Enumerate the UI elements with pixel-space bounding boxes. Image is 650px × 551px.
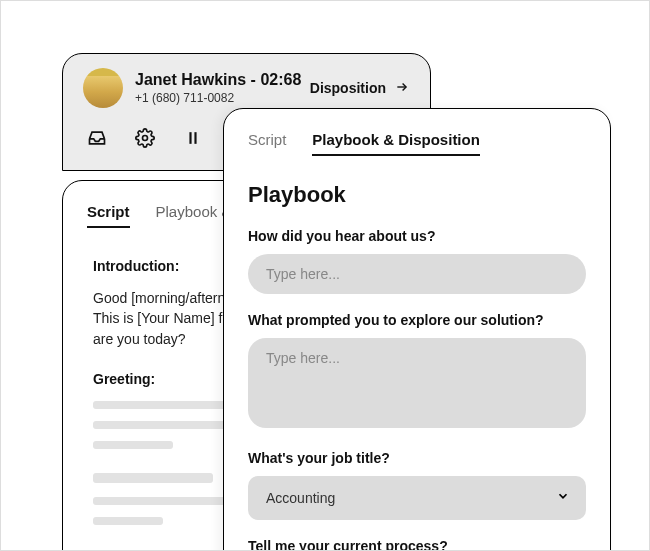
- question-job-title: What's your job title?: [248, 450, 586, 466]
- contact-name: Janet Hawkins - 02:68: [135, 71, 310, 89]
- hear-about-us-input[interactable]: [248, 254, 586, 294]
- job-title-select-wrap: Accounting: [248, 476, 586, 520]
- question-current-process: Tell me your current process?: [248, 538, 586, 551]
- inbox-icon[interactable]: [87, 128, 107, 148]
- gear-icon[interactable]: [135, 128, 155, 148]
- playbook-card: Script Playbook & Disposition Playbook H…: [223, 108, 611, 551]
- avatar: [83, 68, 123, 108]
- call-meta: Janet Hawkins - 02:68 +1 (680) 711-0082: [135, 71, 310, 105]
- svg-point-1: [143, 136, 148, 141]
- playbook-tabs: Script Playbook & Disposition: [248, 131, 586, 156]
- contact-phone: +1 (680) 711-0082: [135, 91, 310, 105]
- tab-script[interactable]: Script: [248, 131, 286, 156]
- skeleton-line: [93, 517, 163, 525]
- skeleton-line: [93, 473, 213, 483]
- job-title-select[interactable]: Accounting: [248, 476, 586, 520]
- call-header: Janet Hawkins - 02:68 +1 (680) 711-0082 …: [83, 68, 410, 108]
- tab-playbook-disposition[interactable]: Playbook & Disposition: [312, 131, 480, 156]
- arrow-right-icon: [394, 80, 410, 97]
- tab-script[interactable]: Script: [87, 203, 130, 228]
- playbook-title: Playbook: [248, 182, 586, 208]
- question-hear-about-us: How did you hear about us?: [248, 228, 586, 244]
- prompted-input[interactable]: [248, 338, 586, 428]
- pause-icon[interactable]: [183, 128, 203, 148]
- question-prompted: What prompted you to explore our solutio…: [248, 312, 586, 328]
- disposition-label: Disposition: [310, 80, 386, 96]
- skeleton-line: [93, 441, 173, 449]
- disposition-button[interactable]: Disposition: [310, 80, 410, 97]
